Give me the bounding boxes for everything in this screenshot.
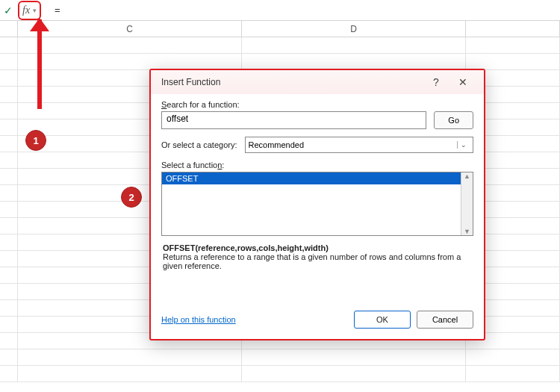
category-value: Recommended	[249, 140, 305, 149]
formula-bar: ✓ fx ▾ =	[0, 0, 560, 21]
scroll-down-icon: ▼	[464, 228, 470, 235]
scroll-up-icon: ▲	[464, 172, 470, 180]
ok-button[interactable]: OK	[354, 311, 411, 329]
column-header[interactable]: C	[18, 21, 242, 37]
cancel-button[interactable]: Cancel	[417, 311, 473, 329]
step-badge-1: 1	[25, 130, 46, 151]
chevron-down-icon: ⌄	[457, 141, 470, 149]
list-item[interactable]: OFFSET	[162, 172, 461, 184]
help-link[interactable]: Help on this function	[161, 315, 354, 324]
dialog-title: Insert Function	[161, 77, 423, 87]
step-badge-2: 2	[121, 187, 142, 208]
column-header[interactable]	[466, 21, 560, 37]
insert-function-dialog: Insert Function ? ✕ Search for a functio…	[149, 69, 485, 340]
close-icon: ✕	[458, 76, 467, 88]
search-input[interactable]: offset	[161, 111, 426, 129]
function-synopsis: OFFSET(reference,rows,cols,height,width)…	[163, 243, 472, 270]
column-header[interactable]: D	[242, 21, 466, 37]
formula-input[interactable]: =	[41, 4, 560, 16]
search-label: Search for a function:	[161, 100, 473, 109]
select-function-label: Select a function:	[161, 161, 473, 169]
scrollbar[interactable]: ▲ ▼	[461, 172, 473, 235]
annotation-arrow	[30, 19, 42, 109]
chevron-down-icon: ▾	[33, 7, 37, 14]
corner-cell	[0, 21, 18, 37]
fx-icon: fx	[22, 4, 30, 16]
dialog-titlebar: Insert Function ? ✕	[151, 70, 484, 94]
synopsis-signature: OFFSET(reference,rows,cols,height,width)	[163, 243, 329, 252]
go-button[interactable]: Go	[434, 111, 473, 129]
column-headers: C D	[0, 21, 560, 37]
function-listbox[interactable]: OFFSET ▲ ▼	[161, 172, 473, 236]
accept-icon[interactable]: ✓	[0, 1, 16, 19]
close-button[interactable]: ✕	[449, 76, 476, 88]
dialog-footer: Help on this function OK Cancel	[151, 303, 484, 339]
category-select[interactable]: Recommended ⌄	[245, 137, 474, 153]
category-label: Or select a category:	[161, 140, 237, 149]
insert-function-button[interactable]: fx ▾	[18, 1, 41, 20]
synopsis-description: Returns a reference to a range that is a…	[163, 252, 461, 270]
help-button[interactable]: ?	[423, 76, 449, 88]
